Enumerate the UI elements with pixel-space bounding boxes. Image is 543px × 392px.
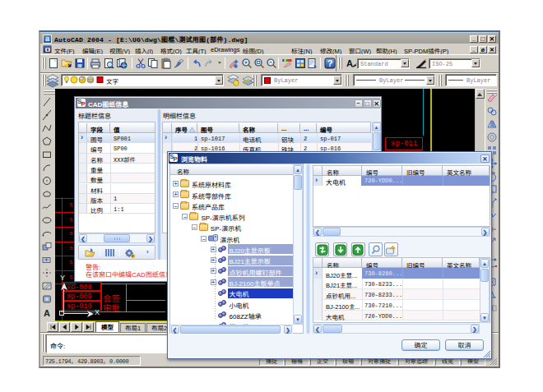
svg-text:?: ? <box>327 58 333 68</box>
svg-text:A: A <box>44 308 50 318</box>
svg-text:A: A <box>346 58 353 68</box>
